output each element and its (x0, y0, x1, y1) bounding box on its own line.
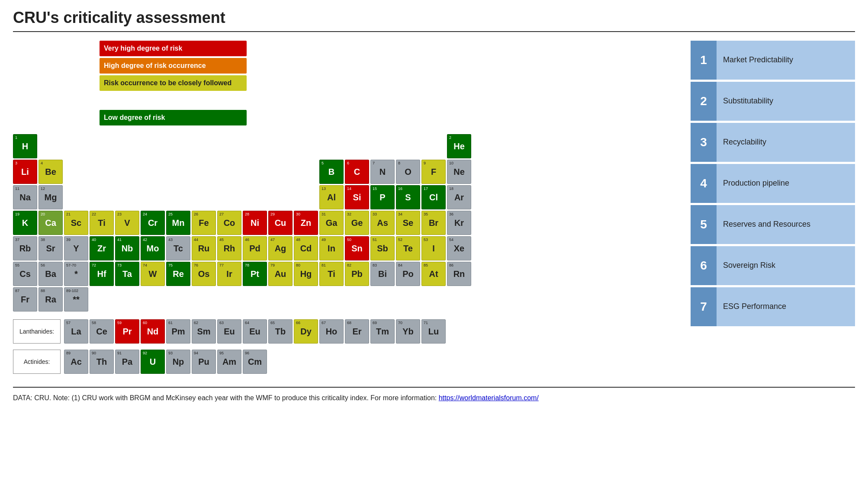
element: 17Cl (421, 185, 446, 209)
element: 86Rn (447, 262, 471, 286)
element-empty (319, 287, 344, 312)
criteria-label: Sovereign Risk (717, 246, 855, 285)
criteria-label: Reserves and Resources (717, 205, 855, 244)
element-empty (115, 134, 139, 158)
element: 62Sm (192, 319, 216, 344)
page-title: CRU's criticality assessment (13, 9, 855, 32)
criteria-item: 1Market Predictability (691, 41, 855, 80)
element: 18Ar (447, 185, 471, 209)
element: 44Ru (192, 236, 216, 260)
element: 91Pa (115, 350, 139, 374)
element-empty (217, 160, 241, 184)
element-empty (447, 287, 471, 312)
element: 49In (319, 236, 344, 260)
element: 82Pb (345, 262, 369, 286)
element: 79Au (268, 262, 293, 286)
criteria-item: 7ESG Performance (691, 287, 855, 326)
element: 60Nd (141, 319, 165, 344)
element: 42Mo (141, 236, 165, 260)
element: 15P (370, 185, 395, 209)
element: 3Li (13, 160, 37, 184)
element-empty (192, 160, 216, 184)
footer-link[interactable]: https://worldmaterialsforum.com/ (439, 394, 539, 402)
element: 50Sn (345, 236, 369, 260)
element: 38Sr (39, 236, 63, 260)
legend-item: Low degree of risk (100, 110, 682, 125)
element-empty (166, 134, 190, 158)
element: 16S (396, 185, 420, 209)
right-panel: 1Market Predictability2Substitutability3… (691, 41, 855, 374)
element: 63Eu (217, 319, 241, 344)
criteria-label: ESG Performance (717, 287, 855, 326)
element: 28Ni (243, 211, 267, 235)
element: 10Ne (447, 160, 471, 184)
element: 20Ca (39, 211, 63, 235)
legend-box: Risk occurrence to be closely followed (100, 75, 247, 91)
element: 78Pt (243, 262, 267, 286)
element: 73Ta (115, 262, 139, 286)
element: 83Bi (370, 262, 395, 286)
element-empty (421, 287, 446, 312)
element: 40Zr (90, 236, 114, 260)
element: 45Rh (217, 236, 241, 260)
element: 32Ge (345, 211, 369, 235)
element: 59Pr (115, 319, 139, 344)
lanthanides-label: Lanthanides: (13, 319, 61, 344)
element-empty (243, 160, 267, 184)
element-empty (192, 134, 216, 158)
criteria-item: 6Sovereign Risk (691, 246, 855, 285)
criteria-label: Market Predictability (717, 41, 855, 80)
element: 56Ba (39, 262, 63, 286)
element: 2He (447, 134, 471, 158)
element: 70Yb (396, 319, 420, 344)
element-empty (166, 185, 190, 209)
element-empty (64, 134, 88, 158)
criteria-number: 1 (691, 41, 717, 80)
element: 53I (421, 236, 446, 260)
element: 90Th (90, 350, 114, 374)
element-empty (268, 185, 293, 209)
element: 25Mn (166, 211, 190, 235)
criteria-number: 2 (691, 82, 717, 121)
element: 23V (115, 211, 139, 235)
element: 77Ir (217, 262, 241, 286)
element: 52Te (396, 236, 420, 260)
criteria-number: 5 (691, 205, 717, 244)
criteria-number: 3 (691, 123, 717, 162)
element: 89-102** (64, 287, 88, 312)
element: 1H (13, 134, 37, 158)
element: 21Sc (64, 211, 88, 235)
element: 88Ra (39, 287, 63, 312)
element-empty (90, 287, 114, 312)
element-empty (217, 185, 241, 209)
element: 5B (319, 160, 344, 184)
element: 27Co (217, 211, 241, 235)
element: 68Er (345, 319, 369, 344)
element-empty (345, 134, 369, 158)
element-empty (141, 160, 165, 184)
element: 14Si (345, 185, 369, 209)
element: 57La (64, 319, 88, 344)
element: 69Tm (370, 319, 395, 344)
element: 22Ti (90, 211, 114, 235)
element-empty (217, 134, 241, 158)
legend-item: Very high degree of risk (100, 41, 682, 56)
element: 34Se (396, 211, 420, 235)
element-empty (243, 134, 267, 158)
element-empty (370, 287, 395, 312)
actinides-row: Actinides: 89Ac90Th91Pa92U93Np94Pu95Am96… (13, 350, 682, 374)
legend-box: Very high degree of risk (100, 41, 247, 56)
element-empty (115, 287, 139, 312)
element-empty (268, 160, 293, 184)
criteria-number: 7 (691, 287, 717, 326)
element-empty (243, 185, 267, 209)
element-empty (166, 287, 190, 312)
element-empty (90, 134, 114, 158)
main-content: Very high degree of riskHigh degree of r… (13, 41, 855, 374)
element-empty (115, 160, 139, 184)
element: 6C (345, 160, 369, 184)
element-empty (141, 287, 165, 312)
element-empty (294, 287, 318, 312)
element: 67Ho (319, 319, 344, 344)
legend-item: Low probability of risk occurrence (100, 93, 682, 108)
